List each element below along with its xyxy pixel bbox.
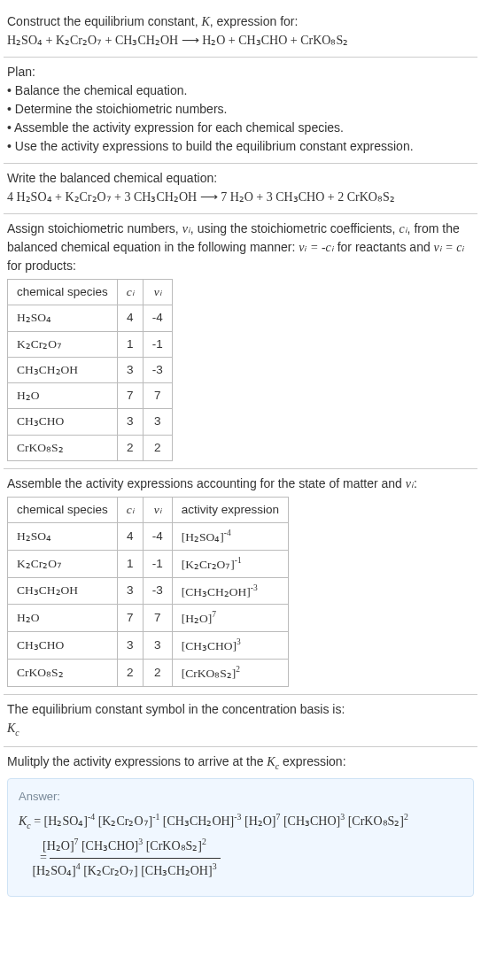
assemble-text: Assemble the activity expressions accoun… <box>7 475 474 493</box>
plan-bullet: • Balance the chemical equation. <box>7 81 474 100</box>
kc-sub: c <box>15 727 19 737</box>
cell-ci: 1 <box>117 550 143 577</box>
cell-activity: [CH₃CH₂OH]-3 <box>172 577 288 605</box>
plan-bullet: • Assemble the activity expression for e… <box>7 119 474 137</box>
table-row: CH₃CH₂OH3-3 <box>8 357 173 382</box>
col-species: chemical species <box>8 280 118 305</box>
table-row: CH₃CHO33 <box>8 409 173 435</box>
kc-expression: Kc = [H₂SO₄]-4 [K₂Cr₂O₇]-1 [CH₃CH₂OH]-3 … <box>19 809 462 884</box>
ci-symbol: cᵢ <box>399 222 407 235</box>
table-row: K₂Cr₂O₇1-1 <box>8 331 173 357</box>
balanced-reaction: 4 H₂SO₄ + K₂Cr₂O₇ + 3 CH₃CH₂OH ⟶ 7 H₂O +… <box>7 188 474 206</box>
reaction-rhs: H₂O + CH₃CHO + CrKO₈S₂ <box>202 34 348 47</box>
prompt-text-a: Construct the equilibrium constant, <box>7 14 201 28</box>
assign-text-e: for products: <box>7 259 76 273</box>
assemble-text-b: : <box>414 476 417 490</box>
assign-section: Assign stoichiometric numbers, νᵢ, using… <box>4 214 477 468</box>
cell-species: CH₃CH₂OH <box>8 577 118 605</box>
cell-ci: 4 <box>117 305 143 331</box>
prompt-text-b: , expression for: <box>210 14 299 28</box>
cell-ci: 1 <box>117 331 143 357</box>
cell-nu: 7 <box>143 383 172 409</box>
cell-activity: [H₂O]7 <box>172 605 288 632</box>
plan-section: Plan: • Balance the chemical equation. •… <box>4 58 477 163</box>
cell-ci: 4 <box>117 523 143 551</box>
cell-species: H₂SO₄ <box>8 305 118 331</box>
assemble-section: Assemble the activity expressions accoun… <box>4 469 477 694</box>
assign-text-b: , using the stoichiometric coefficients, <box>190 221 400 235</box>
balanced-section: Write the balanced chemical equation: 4 … <box>4 164 477 213</box>
cell-nu: -1 <box>143 331 172 357</box>
table-row: H₂SO₄4-4[H₂SO₄]-4 <box>8 523 289 551</box>
col-ci: cᵢ <box>117 497 143 522</box>
table-row: H₂O77 <box>8 383 173 409</box>
cell-ci: 3 <box>117 357 143 382</box>
balanced-rhs: 7 H₂O + 3 CH₃CHO + 2 CrKO₈S₂ <box>221 190 395 204</box>
basis-text: The equilibrium constant symbol in the c… <box>7 700 474 719</box>
cell-nu: 3 <box>143 409 172 435</box>
col-nu: νᵢ <box>143 497 172 522</box>
unbalanced-reaction: H₂SO₄ + K₂Cr₂O₇ + CH₃CH₂OH ⟶ H₂O + CH₃CH… <box>7 31 474 50</box>
cell-activity: [CH₃CHO]3 <box>172 632 288 660</box>
multiply-text: Mulitply the activity expressions to arr… <box>7 752 474 773</box>
table-row: CH₃CH₂OH3-3[CH₃CH₂OH]-3 <box>8 577 289 605</box>
cell-ci: 3 <box>117 632 143 660</box>
stoich-table-2: chemical species cᵢ νᵢ activity expressi… <box>7 497 289 687</box>
table-row: CrKO₈S₂22 <box>8 435 173 460</box>
nu-symbol: νᵢ <box>406 477 414 490</box>
mult-text-b: expression: <box>279 754 345 768</box>
cell-activity: [K₂Cr₂O₇]-1 <box>172 550 288 577</box>
assign-text: Assign stoichiometric numbers, νᵢ, using… <box>7 220 474 275</box>
cell-activity: [CrKO₈S₂]2 <box>172 659 288 686</box>
cell-ci: 2 <box>117 659 143 686</box>
plan-bullet: • Determine the stoichiometric numbers. <box>7 100 474 119</box>
cell-species: CrKO₈S₂ <box>8 659 118 686</box>
k-symbol: K <box>201 15 209 28</box>
answer-product-line: [H₂SO₄]-4 [K₂Cr₂O₇]-1 [CH₃CH₂OH]-3 [H₂O]… <box>44 814 408 828</box>
cell-nu: 3 <box>143 632 172 660</box>
cell-nu: 7 <box>143 605 172 632</box>
stoich-table-1: chemical species cᵢ νᵢ H₂SO₄4-4K₂Cr₂O₇1-… <box>7 279 173 461</box>
cell-ci: 3 <box>117 409 143 435</box>
col-nu: νᵢ <box>143 280 172 305</box>
balanced-heading: Write the balanced chemical equation: <box>7 169 474 188</box>
cell-nu: 2 <box>143 435 172 460</box>
table-row: CH₃CHO33[CH₃CHO]3 <box>8 632 289 660</box>
cell-ci: 7 <box>117 605 143 632</box>
cell-nu: -1 <box>143 550 172 577</box>
answer-box: Answer: Kc = [H₂SO₄]-4 [K₂Cr₂O₇]-1 [CH₃C… <box>7 778 474 896</box>
cell-ci: 3 <box>117 577 143 605</box>
cell-species: K₂Cr₂O₇ <box>8 331 118 357</box>
fraction-denominator: [H₂SO₄]4 [K₂Cr₂O₇] [CH₃CH₂OH]3 <box>50 859 220 883</box>
arrow-icon: ⟶ <box>182 33 199 47</box>
cell-species: H₂O <box>8 605 118 632</box>
assign-eq1: νᵢ = -cᵢ <box>299 241 334 254</box>
kc-k: K <box>19 814 27 828</box>
cell-nu: -4 <box>143 523 172 551</box>
balanced-lhs: 4 H₂SO₄ + K₂Cr₂O₇ + 3 CH₃CH₂OH <box>7 190 197 204</box>
assign-eq2: νᵢ = cᵢ <box>434 241 465 254</box>
cell-activity: [H₂SO₄]-4 <box>172 523 288 551</box>
kc-k: K <box>7 721 15 735</box>
nu-symbol: νᵢ <box>182 222 190 235</box>
cell-species: CH₃CHO <box>8 632 118 660</box>
cell-nu: -3 <box>143 577 172 605</box>
col-species: chemical species <box>8 497 118 522</box>
plan-heading: Plan: <box>7 63 474 81</box>
cell-species: CrKO₈S₂ <box>8 435 118 460</box>
cell-species: CH₃CH₂OH <box>8 357 118 382</box>
prompt-line1: Construct the equilibrium constant, K, e… <box>7 12 474 31</box>
assign-text-d: for reactants and <box>334 240 434 254</box>
kc-k: K <box>267 755 275 768</box>
table-header-row: chemical species cᵢ νᵢ <box>8 280 173 305</box>
arrow-icon: ⟶ <box>200 189 218 204</box>
cell-species: H₂O <box>8 383 118 409</box>
mult-text-a: Mulitply the activity expressions to arr… <box>7 754 267 768</box>
equals-sign: = <box>31 814 44 828</box>
answer-label: Answer: <box>19 788 462 806</box>
answer-fraction: [H₂O]7 [CH₃CHO]3 [CrKO₈S₂]2 [H₂SO₄]4 [K₂… <box>50 834 220 884</box>
table-header-row: chemical species cᵢ νᵢ activity expressi… <box>8 497 289 522</box>
cell-nu: -4 <box>143 305 172 331</box>
assemble-text-a: Assemble the activity expressions accoun… <box>7 476 406 490</box>
table-row: K₂Cr₂O₇1-1[K₂Cr₂O₇]-1 <box>8 550 289 577</box>
